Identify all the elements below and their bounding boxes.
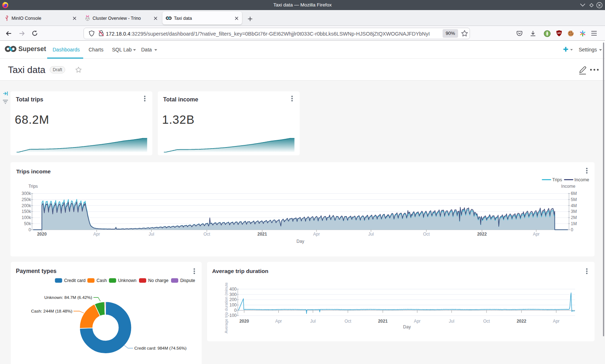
svg-text:400: 400	[229, 287, 237, 292]
svg-text:Oct: Oct	[203, 232, 210, 237]
svg-text:2020: 2020	[239, 319, 249, 324]
svg-text:Apr: Apr	[533, 232, 540, 237]
svg-text:50k: 50k	[24, 221, 31, 226]
svg-text:2020: 2020	[37, 232, 47, 237]
svg-text:Jul: Jul	[368, 232, 374, 237]
svg-text:300k: 300k	[22, 191, 31, 196]
svg-text:Trips: Trips	[552, 177, 562, 182]
svg-text:Credit card: Credit card	[64, 278, 86, 283]
svg-text:0: 0	[234, 308, 237, 313]
svg-text:-100: -100	[228, 313, 237, 318]
svg-text:Apr: Apr	[275, 319, 282, 324]
svg-text:Cash: Cash	[97, 278, 107, 283]
svg-text:Apr: Apr	[313, 232, 320, 237]
svg-text:6M: 6M	[571, 191, 577, 196]
svg-text:Dispute: Dispute	[180, 278, 196, 283]
svg-text:Trips: Trips	[28, 184, 38, 189]
svg-text:Oct: Oct	[345, 319, 351, 324]
svg-text:Unknown: Unknown	[118, 278, 136, 283]
svg-text:200: 200	[229, 297, 237, 302]
svg-text:Jul: Jul	[310, 319, 315, 324]
svg-text:100k: 100k	[22, 215, 31, 220]
svg-text:300: 300	[229, 292, 237, 297]
svg-text:Apr: Apr	[553, 319, 560, 324]
svg-text:0: 0	[571, 227, 573, 232]
svg-text:3M: 3M	[571, 209, 577, 214]
svg-text:0: 0	[28, 227, 31, 232]
svg-text:2022: 2022	[517, 319, 526, 324]
svg-text:No charge: No charge	[148, 278, 169, 283]
svg-text:4M: 4M	[571, 203, 577, 208]
svg-text:Day: Day	[296, 239, 304, 244]
svg-text:Jul: Jul	[449, 319, 454, 324]
svg-text:Income: Income	[561, 184, 575, 189]
svg-text:Average trip duration (minute: Average trip duration (minute	[224, 282, 228, 333]
svg-text:2M: 2M	[571, 215, 577, 220]
svg-text:Apr: Apr	[93, 232, 100, 237]
svg-text:250k: 250k	[22, 197, 31, 202]
svg-text:1M: 1M	[571, 221, 577, 226]
svg-text:Income: Income	[574, 177, 589, 182]
svg-text:Apr: Apr	[414, 319, 421, 324]
svg-text:Day: Day	[403, 324, 411, 329]
svg-text:Oct: Oct	[483, 319, 490, 324]
svg-text:Cash: 244M (18.48%): Cash: 244M (18.48%)	[31, 309, 72, 314]
svg-text:2021: 2021	[378, 319, 388, 324]
svg-text:2022: 2022	[477, 232, 487, 237]
svg-text:Unknown: 84.7M (6.42%): Unknown: 84.7M (6.42%)	[44, 295, 92, 300]
svg-text:Jul: Jul	[149, 232, 154, 237]
svg-text:Credit card: 984M (74.56%): Credit card: 984M (74.56%)	[134, 346, 187, 351]
svg-text:150k: 150k	[22, 209, 31, 214]
svg-text:5M: 5M	[571, 197, 577, 202]
svg-text:100: 100	[229, 302, 237, 308]
svg-text:Oct: Oct	[423, 232, 430, 237]
svg-text:2021: 2021	[257, 232, 267, 237]
svg-text:200k: 200k	[22, 203, 31, 208]
